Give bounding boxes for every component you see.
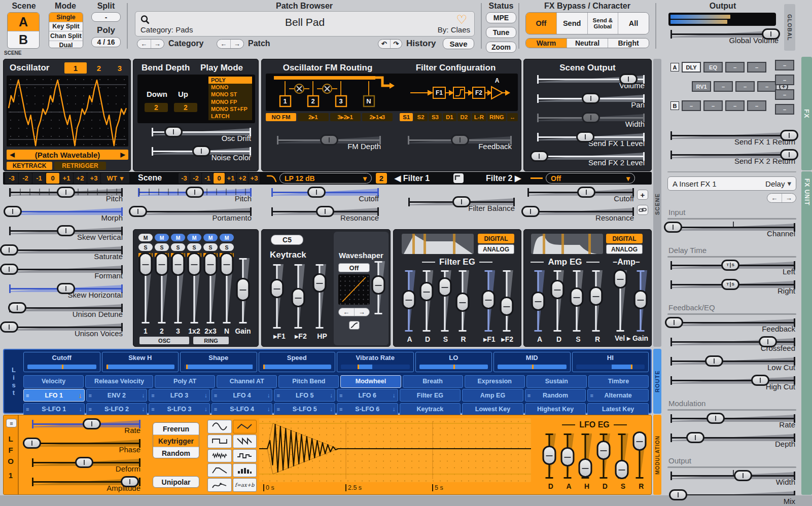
mod-source-release-velocity[interactable]: ≡Release Velocity↓ — [85, 375, 153, 388]
fx-slot-x[interactable]: – — [735, 81, 755, 92]
1-option[interactable]: +1 — [60, 173, 73, 184]
send-fx-2-return-slider[interactable]: Send FX 2 Return — [670, 149, 795, 168]
warm-option[interactable]: Warm — [526, 39, 567, 48]
saturate-slider[interactable]: Saturate — [9, 244, 123, 264]
s2-option[interactable]: S2 — [414, 113, 427, 121]
fx-slot-x[interactable]: – — [725, 100, 745, 111]
mod-source-timbre[interactable]: ≡Timbre↓ — [588, 375, 649, 388]
tab-list[interactable]: List — [7, 354, 20, 409]
mod-source-amp-eg[interactable]: ≡Amp EG↓ — [462, 389, 523, 402]
solo-button-2x3[interactable]: S — [203, 243, 218, 251]
mod-source-lfo-3[interactable]: ≡LFO 3↓ — [149, 389, 210, 402]
mod-source-s-lfo-4[interactable]: ≡S-LFO 4↓ — [211, 403, 273, 416]
2-1-3-option[interactable]: 2▸1◂3 — [362, 113, 393, 121]
scene-a-button[interactable]: A — [8, 13, 39, 31]
amplitude-slider[interactable]: Amplitude — [32, 476, 140, 495]
s-vslider[interactable]: S — [570, 269, 587, 343]
fm-depth-slider[interactable]: FM Depth — [277, 134, 381, 154]
no-fm-option[interactable]: NO FM — [266, 113, 296, 121]
high-cut-slider[interactable]: High Cut — [670, 375, 795, 394]
noise-color-slider[interactable]: Noise Color — [152, 146, 251, 165]
oscillator-waveform-display[interactable] — [7, 76, 128, 147]
3-2-1-option[interactable]: 3▸2▸1 — [330, 113, 361, 121]
mod-source-lowest-key[interactable]: ≡Lowest Key↓ — [462, 403, 523, 416]
mod-source-s-lfo-3[interactable]: ≡S-LFO 3↓ — [149, 403, 210, 416]
fx-slot-x[interactable]: – — [747, 100, 766, 111]
x-vslider[interactable] — [633, 269, 650, 343]
pitch-slider[interactable]: Pitch — [138, 187, 252, 206]
shape-envelope-icon[interactable] — [207, 463, 232, 477]
3-option[interactable]: -3 — [179, 173, 190, 184]
bend-down-value[interactable]: 2 — [145, 103, 168, 112]
fx-prev-button[interactable]: ← — [767, 194, 782, 202]
fx-slot-x[interactable]: – — [757, 81, 776, 92]
key-split-option[interactable]: Key Split — [49, 22, 83, 32]
mod-target-hi[interactable]: HI — [572, 352, 649, 372]
patch-browser-field[interactable]: Category: Pads Bell Pad ♡ By: Claes — [135, 11, 475, 37]
right-slider[interactable]: TSRight — [670, 279, 795, 298]
width-slider[interactable]: Width — [670, 470, 795, 489]
mod-source-highest-key[interactable]: ≡Highest Key↓ — [525, 403, 586, 416]
solo-button-3[interactable]: S — [171, 243, 185, 251]
retrigger-toggle[interactable]: RETRIGGER — [54, 162, 106, 170]
mod-source-alternate[interactable]: ≡Alternate↓ — [587, 389, 649, 402]
fx-slot-x[interactable]: – — [747, 62, 766, 73]
width-slider[interactable]: Width — [537, 112, 645, 131]
mute-button-3[interactable]: M — [171, 234, 185, 241]
rate-slider[interactable]: Rate — [32, 418, 140, 438]
mono-option[interactable]: MONO — [208, 84, 252, 91]
mute-button-1[interactable]: M — [138, 234, 153, 241]
send-option[interactable]: Send — [557, 13, 588, 34]
osc-type-dropdown[interactable]: WT▾ — [101, 173, 129, 184]
mod-source-filter-eg[interactable]: ≡Filter EG↓ — [400, 389, 461, 402]
send-fx-2-level-slider[interactable]: Send FX 2 Level — [537, 151, 645, 170]
global-volume-slider[interactable]: Global Volume — [670, 28, 779, 48]
resonance-slider[interactable]: Resonance — [271, 206, 379, 225]
mod-source-lfo-4[interactable]: ≡LFO 4↓ — [211, 389, 273, 402]
lfo-menu-icon[interactable]: ≡ — [6, 419, 17, 427]
tune-option[interactable]: Tune — [486, 27, 516, 38]
n-vslider[interactable]: N — [220, 260, 234, 335]
3-option[interactable]: +3 — [249, 173, 260, 184]
osc-tab-3[interactable]: 3 — [110, 62, 129, 74]
2-option[interactable]: -2 — [19, 173, 32, 184]
filter1-type-dropdown[interactable]: LP 12 dB▾ — [279, 173, 372, 184]
2x3-vslider[interactable]: 2x3 — [203, 260, 218, 335]
filter-feedback-icon[interactable] — [453, 173, 464, 183]
dual-option[interactable]: Dual — [49, 41, 83, 49]
s-vslider[interactable]: S — [615, 432, 632, 490]
unipolar-toggle[interactable]: Unipolar — [153, 476, 199, 488]
undo-icon[interactable]: ↶ — [378, 40, 390, 48]
2-option[interactable]: -2 — [190, 173, 201, 184]
1x2-vslider[interactable]: 1x2 — [187, 260, 201, 335]
3-vslider[interactable]: 3 — [171, 260, 185, 335]
filter2-header[interactable]: Filter 2 ▶ — [486, 173, 521, 183]
mod-target-shape[interactable]: Shape — [180, 352, 257, 372]
mod-source-lfo-1[interactable]: ≡LFO 1↓ — [23, 389, 85, 402]
r-vslider[interactable]: R — [455, 269, 471, 343]
fx-slot-x[interactable]: – — [682, 100, 701, 111]
ring-option[interactable]: RING — [487, 113, 506, 121]
save-button[interactable]: Save — [443, 38, 474, 49]
mod-source-channel-at[interactable]: ≡Channel AT↓ — [217, 375, 277, 388]
2-vslider[interactable]: 2 — [155, 260, 169, 335]
filter1-header[interactable]: ◀ Filter 1 — [395, 173, 430, 183]
shape-square-icon[interactable] — [207, 435, 232, 448]
depth-slider[interactable]: Depth — [670, 432, 795, 451]
split-point-button[interactable]: - — [91, 12, 121, 22]
morph-slider[interactable]: Morph — [9, 206, 123, 225]
patch-next-button[interactable]: → — [230, 40, 244, 48]
mod-source-s-lfo-2[interactable]: ≡S-LFO 2↓ — [86, 403, 148, 416]
r-vslider[interactable]: R — [632, 432, 650, 490]
x-vslider[interactable] — [371, 260, 386, 326]
osc-tab-1[interactable]: 1 — [64, 62, 87, 74]
add-filter-button[interactable]: + — [637, 190, 648, 200]
fx-slot-selector[interactable]: A Insert FX 1 Delay▾ — [667, 176, 796, 191]
d-vslider[interactable]: D — [542, 432, 559, 490]
mod-source-poly-at[interactable]: ≡Poly AT↓ — [155, 375, 215, 388]
mute-button-2x3[interactable]: M — [203, 234, 218, 241]
mute-button-n[interactable]: M — [220, 234, 234, 241]
fx-slot-x[interactable]: – — [775, 89, 794, 100]
wavetable-next-icon[interactable]: ▶ — [117, 151, 128, 158]
off-option[interactable]: Off — [526, 13, 557, 34]
